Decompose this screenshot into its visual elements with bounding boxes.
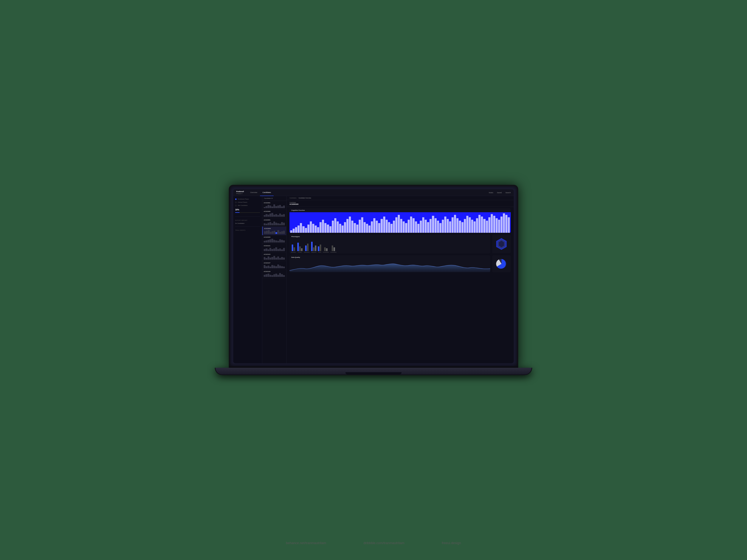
cog-bar bbox=[327, 224, 329, 233]
pheno-label: Depression bbox=[304, 251, 310, 253]
candidate-sparkline bbox=[264, 238, 285, 242]
cognitive-function-card: Cognitive Function bbox=[289, 208, 511, 233]
spark-bar bbox=[277, 241, 279, 242]
cog-bar bbox=[334, 218, 336, 233]
candidate-sparkline bbox=[264, 230, 285, 234]
candidate-item[interactable]: AC023103 bbox=[262, 252, 286, 261]
export-report-value[interactable]: Go Candidates bbox=[235, 222, 260, 224]
cog-bar bbox=[405, 223, 407, 233]
pheno-group: Dementia bbox=[291, 244, 296, 253]
candidate-sparkline bbox=[264, 247, 285, 251]
spark-bar bbox=[264, 215, 265, 217]
cog-bar bbox=[398, 215, 400, 233]
candidate-item[interactable]: AC023099 bbox=[262, 235, 286, 244]
candidate-sparkline bbox=[264, 256, 285, 260]
nav-notes[interactable]: Notes bbox=[489, 192, 493, 193]
cog-bar bbox=[302, 226, 304, 233]
sparkline-bars bbox=[264, 247, 285, 251]
spark-bar bbox=[267, 205, 269, 208]
spark-bar bbox=[272, 249, 273, 251]
spark-bar bbox=[265, 248, 267, 251]
spark-bar bbox=[279, 214, 281, 217]
cog-bar bbox=[356, 224, 358, 233]
cog-bar bbox=[339, 224, 341, 233]
cog-bar bbox=[403, 221, 405, 233]
cog-bar bbox=[457, 218, 459, 233]
candidate-items-container: AC023081AC023089AC023091AC023095AC023099… bbox=[262, 201, 286, 278]
spark-bar bbox=[265, 214, 267, 217]
spark-bar bbox=[283, 206, 285, 208]
footer-link-2[interactable]: dribbble.com/tranmautritam bbox=[363, 541, 404, 545]
candidate-item-id: AC023091 bbox=[264, 219, 285, 221]
laptop-container: Predonsil Phase II Overview Candidates N… bbox=[215, 185, 532, 375]
spark-bar bbox=[277, 249, 279, 251]
status-dot-inactive2 bbox=[235, 205, 237, 206]
cog-bar bbox=[322, 220, 324, 233]
sidebar-item-site[interactable]: Site Candidates bbox=[235, 205, 260, 206]
candidate-label: Candidate: bbox=[289, 202, 511, 203]
spark-bar bbox=[275, 266, 277, 268]
candidate-sparkline bbox=[264, 204, 285, 208]
spark-bar bbox=[269, 206, 271, 208]
spark-bar bbox=[277, 215, 279, 217]
pheno-group: Unclassified bbox=[323, 247, 329, 253]
tab-candidates[interactable]: Candidates bbox=[260, 189, 274, 196]
sidebar-percent: 18% bbox=[235, 209, 260, 211]
sidebar-divider bbox=[235, 216, 260, 217]
cog-bar bbox=[493, 216, 495, 233]
candidate-sparkline bbox=[264, 221, 285, 225]
cog-bar bbox=[310, 221, 312, 233]
cog-bar bbox=[471, 220, 473, 233]
nav-search[interactable]: Search bbox=[505, 192, 511, 193]
cog-bar bbox=[361, 217, 363, 233]
footer-link-3[interactable]: freeui.design bbox=[442, 541, 461, 545]
pheno-bar bbox=[313, 247, 314, 251]
cog-bar bbox=[483, 219, 485, 233]
pheno-bar bbox=[297, 243, 299, 251]
cog-bar bbox=[439, 223, 441, 233]
sparkline-bars bbox=[264, 256, 285, 260]
pheno-label: Unclassified bbox=[323, 251, 329, 253]
spark-bar bbox=[279, 258, 281, 260]
spark-bar bbox=[267, 274, 269, 277]
main-panel: Candidates › Candidate Overview Candidat… bbox=[286, 196, 514, 363]
spark-bar bbox=[269, 267, 271, 268]
cog-bar bbox=[466, 216, 468, 233]
candidate-item[interactable]: AC023101 bbox=[262, 244, 286, 252]
candidate-item[interactable]: AC023109 bbox=[262, 270, 286, 278]
candidate-item[interactable]: AC023091 bbox=[262, 218, 286, 226]
data-quality-title: Data Quality bbox=[289, 256, 490, 259]
pheno-bars-inner bbox=[311, 242, 316, 251]
cog-bar bbox=[496, 218, 498, 233]
sidebar-item-clinical[interactable]: Clinical Phases bbox=[235, 202, 260, 203]
hexagon-card bbox=[492, 235, 511, 253]
spark-bar bbox=[277, 223, 279, 225]
pheno-bar bbox=[326, 248, 328, 251]
pheno-label: Happiness bbox=[311, 251, 316, 253]
pheno-label: Dementia bbox=[291, 251, 296, 253]
cog-bar bbox=[325, 223, 327, 233]
spark-bar bbox=[274, 248, 275, 251]
cog-bar bbox=[393, 221, 395, 233]
nav-saved[interactable]: Saved bbox=[497, 192, 502, 193]
spark-bar bbox=[266, 231, 267, 234]
spark-bar bbox=[277, 230, 279, 234]
cog-bar bbox=[442, 220, 444, 233]
candidate-item[interactable]: AC023089 bbox=[262, 209, 286, 218]
tab-overview[interactable]: Overview bbox=[248, 189, 260, 196]
cog-bar bbox=[500, 216, 503, 233]
cog-bar bbox=[305, 228, 307, 233]
candidate-item[interactable]: AC023095 bbox=[262, 226, 286, 235]
cog-bar bbox=[447, 219, 449, 233]
candidate-item[interactable]: AC023107 bbox=[262, 261, 286, 270]
candidate-item[interactable]: AC023081 bbox=[262, 201, 286, 209]
sidebar-item-enrollment[interactable]: Enrollment Phase bbox=[235, 198, 260, 200]
hexagon-chart bbox=[495, 237, 508, 250]
candidate-item-id: AC023103 bbox=[264, 254, 285, 255]
pheno-bar bbox=[334, 247, 335, 251]
pheno-bar bbox=[311, 242, 313, 251]
pheno-bars-inner bbox=[324, 247, 328, 251]
footer-link-1[interactable]: behance.net/tranmautritam bbox=[286, 541, 326, 545]
spark-bar bbox=[267, 223, 269, 225]
pheno-bars-inner bbox=[318, 244, 321, 251]
